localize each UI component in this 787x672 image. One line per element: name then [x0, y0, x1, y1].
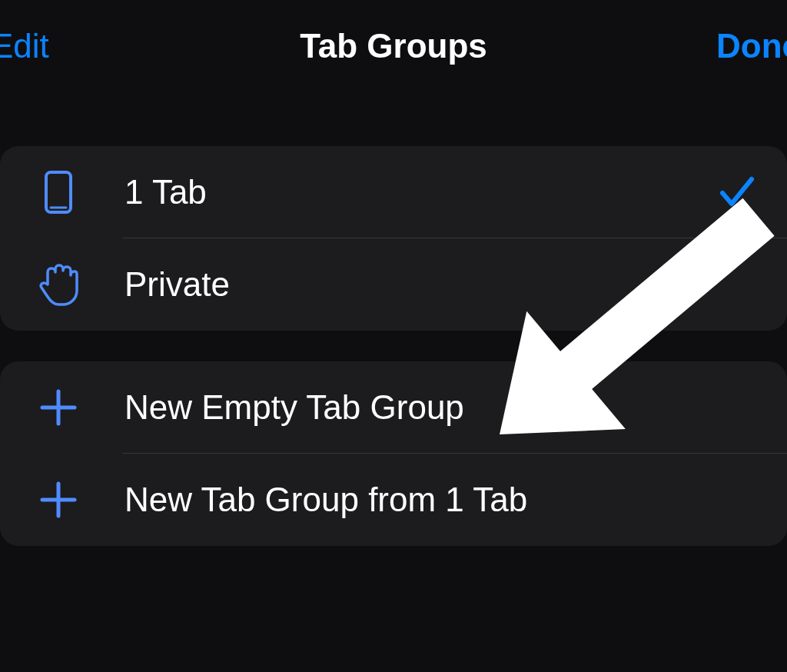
edit-button[interactable]: Edit — [0, 27, 49, 65]
tab-group-row-private[interactable]: Private — [0, 238, 787, 331]
action-label: New Empty Tab Group — [125, 388, 756, 427]
plus-icon — [35, 477, 81, 523]
page-title: Tab Groups — [300, 27, 487, 65]
svg-rect-0 — [46, 172, 71, 212]
hand-icon — [35, 261, 81, 308]
checkmark-icon — [718, 173, 756, 211]
tab-group-label: Private — [125, 265, 756, 304]
new-empty-tab-group-button[interactable]: New Empty Tab Group — [0, 361, 787, 454]
tab-groups-list: 1 Tab Private — [0, 146, 787, 331]
header: Edit Tab Groups Done — [0, 0, 787, 92]
done-button[interactable]: Done — [716, 27, 787, 65]
tab-group-actions: New Empty Tab Group New Tab Group from 1… — [0, 361, 787, 546]
plus-icon — [35, 384, 81, 431]
action-label: New Tab Group from 1 Tab — [125, 481, 756, 519]
new-tab-group-from-tab-button[interactable]: New Tab Group from 1 Tab — [0, 454, 787, 546]
tab-group-label: 1 Tab — [125, 173, 718, 211]
iphone-icon — [35, 169, 81, 215]
tab-group-row-default[interactable]: 1 Tab — [0, 146, 787, 238]
